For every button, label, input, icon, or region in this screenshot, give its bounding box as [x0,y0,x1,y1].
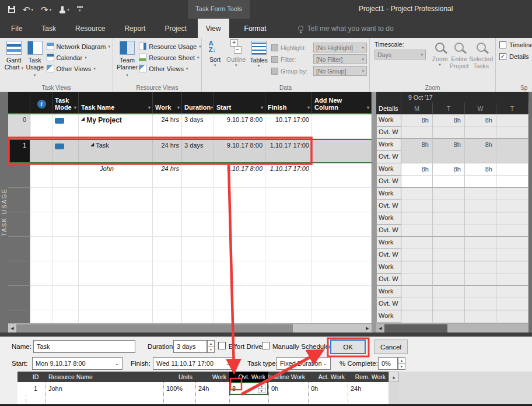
task-usage-button[interactable]: Task Usage ▾ [24,40,46,78]
timephased-cell[interactable] [401,237,433,249]
detail-label-work[interactable]: Work [376,114,401,127]
effort-driven-checkbox[interactable] [218,342,226,349]
empty-table-row[interactable] [8,261,372,286]
duration-input[interactable]: 3 days [173,340,207,353]
finish-cell[interactable]: 1.10.17 17:00 [265,140,312,162]
timephased-cell[interactable] [465,286,496,298]
empty-cell[interactable] [79,237,153,261]
timephased-cell[interactable] [433,127,465,139]
timephased-cell[interactable] [401,212,433,225]
work-header[interactable]: Work▾ [153,92,182,113]
selected-tasks-button[interactable]: Selected Tasks [469,40,493,69]
horizontal-split-bar[interactable] [0,332,532,337]
timephased-cell[interactable] [433,200,465,212]
grid-id-cell[interactable]: 1 [26,382,46,395]
add-new-column-cell[interactable] [312,163,372,188]
grid-empty-cell[interactable] [195,395,229,404]
add-new-column-header[interactable]: Add New Column▾ [312,92,372,113]
outline-button[interactable]: Outline▾ [225,40,247,68]
empty-cell[interactable] [265,188,312,212]
scroll-left-icon[interactable]: ◀ [8,324,16,333]
empty-cell[interactable] [52,286,79,310]
timephased-cell[interactable]: 8h [465,139,496,151]
timephased-cell[interactable]: 8h [433,139,465,151]
grid-header-units[interactable]: Units [163,372,195,382]
empty-cell[interactable] [182,310,214,323]
row-number-cell[interactable]: 0 [8,114,30,139]
empty-cell[interactable] [30,237,52,261]
timephased-cell[interactable] [465,310,496,323]
row-number-cell[interactable] [8,286,30,310]
tab-format[interactable]: Format [236,19,275,38]
detail-label-work[interactable]: Work [376,212,401,225]
timephased-cell[interactable] [465,212,496,225]
entire-project-button[interactable]: Entire Project [449,40,469,69]
row-number-cell[interactable] [8,212,30,237]
grid-header-rem-work[interactable]: Rem. Work [348,372,388,382]
empty-cell[interactable] [52,237,79,261]
empty-cell[interactable] [265,212,312,237]
detail-label-work[interactable]: Work [376,163,401,176]
timephased-cell[interactable] [465,298,496,310]
task-mode-cell[interactable] [52,163,79,188]
empty-cell[interactable] [79,310,153,323]
empty-cell[interactable] [153,261,182,286]
duration-stepper[interactable]: ▲▼ [207,340,215,353]
empty-cell[interactable] [214,286,265,310]
table-row[interactable]: John24 hrs9.10.17 8:001.10.17 17:00 [8,163,372,188]
timephased-cell[interactable] [433,261,465,274]
empty-cell[interactable] [182,237,214,261]
empty-cell[interactable] [265,310,312,323]
empty-cell[interactable] [312,261,372,286]
tables-button[interactable]: Tables▾ [247,40,270,68]
timephased-cell[interactable] [433,298,465,310]
duration-header[interactable]: Duration▾ [182,92,214,113]
task-name-cell[interactable]: ◢My Project [79,114,153,139]
task-mode-cell[interactable] [52,114,79,139]
grid-empty-cell[interactable] [268,395,308,404]
info-cell[interactable] [30,114,52,139]
timeline-checkbox[interactable] [499,41,506,48]
empty-cell[interactable] [214,310,265,323]
timescale-dropdown[interactable]: Days▾ [374,50,426,60]
work-cell[interactable]: 24 hrs [153,114,182,139]
timeline-checkbox-row[interactable]: Timeline [499,40,532,50]
grid-rem-work-cell[interactable]: 24h [348,382,388,395]
timephased-cell[interactable] [496,139,528,151]
timephased-cell[interactable] [496,200,528,212]
timephased-cell[interactable] [401,151,433,163]
grid-header-baseline-work[interactable]: Baseline Work [268,372,308,382]
start-cell[interactable]: 9.10.17 8:00 [214,114,265,139]
empty-cell[interactable] [52,188,79,212]
task-name-cell[interactable]: John [79,163,153,188]
timephased-cell[interactable] [433,274,465,286]
start-cell[interactable]: 9.10.17 8:00 [214,163,265,188]
empty-cell[interactable] [265,286,312,310]
empty-cell[interactable] [79,261,153,286]
manually-scheduled-checkbox[interactable] [262,342,270,349]
grid-empty-cell[interactable] [46,395,163,404]
timephased-cell[interactable] [465,225,496,237]
timephased-cell[interactable] [465,151,496,163]
detail-label-ovt-work[interactable]: Ovt. W [376,151,401,163]
ovt-work-value[interactable]: 8 [232,385,236,392]
empty-cell[interactable] [214,261,265,286]
zoom-button[interactable]: Zoom▾ [430,40,449,67]
timephased-cell[interactable]: 8h [465,114,496,127]
timephased-cell[interactable] [496,298,528,310]
detail-label-ovt-work[interactable]: Ovt. W [376,298,401,310]
work-cell[interactable]: 24 hrs [153,140,182,162]
resource-sheet-button[interactable]: Resource Sheet▾ [139,53,201,62]
grid-vertical-scrollbar[interactable] [388,382,399,404]
detail-label-ovt-work[interactable]: Ovt. W [376,249,401,261]
timephased-cell[interactable] [496,176,528,188]
tab-project[interactable]: Project [156,19,194,38]
grid-units-cell[interactable]: 100% [163,382,195,395]
empty-cell[interactable] [79,188,153,212]
detail-label-work[interactable]: Work [376,261,401,274]
empty-cell[interactable] [312,188,372,212]
row-number-cell[interactable] [8,163,30,188]
info-column-header[interactable]: i [30,92,52,113]
timeline-horizontal-scrollbar[interactable]: ◀ [376,323,528,332]
finish-cell[interactable]: 1.10.17 17:00 [265,163,312,188]
